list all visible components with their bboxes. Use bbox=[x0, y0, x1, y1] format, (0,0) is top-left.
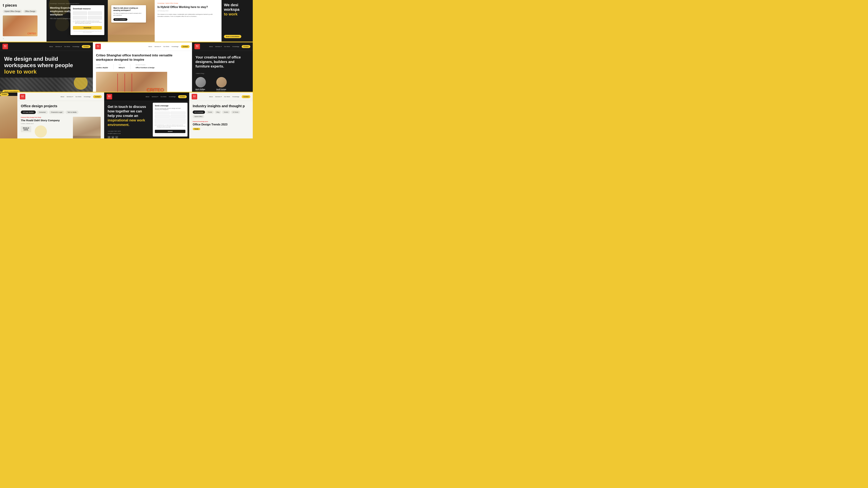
case-nav-knowledge[interactable]: Knowledge bbox=[172, 46, 179, 47]
know-tab-trends[interactable]: Trends bbox=[206, 110, 214, 114]
proj-nav-ourwork[interactable]: Our Work bbox=[75, 96, 82, 97]
k2-logo-case[interactable]: K2 space bbox=[95, 44, 101, 49]
nav-ourwork[interactable]: Our Work bbox=[64, 46, 70, 47]
proj-nav-contact[interactable]: Contact bbox=[93, 95, 102, 98]
location-label: Location bbox=[96, 64, 108, 65]
social-icons-row: 𝑃 in t bbox=[107, 136, 149, 138]
case-meta-size: Size 800sq ft. bbox=[119, 64, 125, 69]
ins-nav-about[interactable]: About bbox=[209, 96, 213, 97]
filter-financial[interactable]: Financial & Legal bbox=[49, 110, 64, 114]
nav-services[interactable]: Services ▾ bbox=[55, 46, 62, 47]
case-study-img-inner: CRITEO bbox=[96, 72, 167, 92]
desk-surface bbox=[108, 35, 155, 42]
k2-logo-k2-case: K2 bbox=[97, 45, 99, 47]
ins-nav-ourwork[interactable]: Our Work bbox=[224, 96, 230, 97]
knowledge-filter-tabs: All Knowledge Trends Blog Guides K2 News… bbox=[193, 110, 249, 118]
filter-tech[interactable]: Tech & Media bbox=[65, 110, 79, 114]
cont-nav-contact[interactable]: Contact bbox=[178, 95, 187, 98]
k2-logo-k2-text: K2 bbox=[4, 45, 6, 47]
modal-checkbox-text: By clicking this, you agree to be contac… bbox=[75, 21, 102, 24]
download-button[interactable]: Download bbox=[73, 26, 102, 30]
modal-email-input[interactable] bbox=[73, 16, 87, 20]
case-nav-about[interactable]: About bbox=[148, 46, 152, 47]
tag-office[interactable]: Office Design bbox=[23, 10, 37, 13]
case-nav-ourwork[interactable]: Our Work bbox=[163, 46, 169, 47]
ins-nav-contact[interactable]: Contact bbox=[242, 95, 250, 98]
k2-logo-hero[interactable]: K2 space bbox=[2, 44, 8, 49]
know-tab-k2news[interactable]: K2 News bbox=[231, 110, 240, 114]
team-nav-about[interactable]: About bbox=[209, 46, 213, 47]
form-tel-input[interactable] bbox=[170, 115, 185, 118]
blog-card-button[interactable]: Book a consultation bbox=[113, 18, 127, 21]
form-message-input[interactable] bbox=[155, 119, 185, 124]
filter-consumer[interactable]: Consumer bbox=[37, 110, 48, 114]
modal-checkbox-row: By clicking this, you agree to be contac… bbox=[73, 21, 102, 24]
cont-nav-knowledge[interactable]: Knowledge bbox=[169, 96, 176, 97]
team-nav-contact[interactable]: Contact bbox=[242, 45, 250, 48]
k2-logo-contact[interactable]: K2 space bbox=[106, 94, 112, 99]
modal-name-input[interactable] bbox=[73, 11, 87, 15]
proj-nav-knowledge[interactable]: Knowledge bbox=[84, 96, 91, 97]
hero-line2: workspaces where people bbox=[4, 62, 89, 68]
k2-logo-projects[interactable]: K2 space bbox=[20, 94, 25, 99]
case-nav-services[interactable]: Services ▾ bbox=[155, 46, 161, 47]
form-consent-checkbox[interactable] bbox=[155, 125, 156, 126]
company-logo-text: ROALDDAHL bbox=[23, 127, 29, 131]
contact-form-card: Send a message We love working with clie… bbox=[153, 103, 187, 136]
tag-row: Hybrid Office Design Office Design bbox=[3, 10, 44, 13]
team-nav-ourwork[interactable]: Our Work bbox=[224, 46, 230, 47]
form-email-input[interactable] bbox=[155, 115, 170, 118]
insight-title: Office Design Trends 2023 bbox=[193, 123, 249, 127]
twitter-icon[interactable]: t bbox=[115, 136, 118, 138]
cont-nav-ourwork[interactable]: Our Work bbox=[161, 96, 166, 97]
cont-nav-services[interactable]: Services ▾ bbox=[152, 96, 158, 97]
modal-email-tel-row bbox=[73, 16, 102, 20]
contact-heading-yellow: inspirational new work environment. bbox=[107, 118, 145, 127]
book-consult-btn[interactable]: Book a consultation bbox=[2, 90, 20, 92]
k2-logo-insights[interactable]: K2 space bbox=[192, 94, 197, 99]
know-tab-guides[interactable]: Guides bbox=[222, 110, 230, 114]
filter-all[interactable]: All Case Studies bbox=[21, 110, 36, 114]
ins-nav-services[interactable]: Services ▾ bbox=[215, 96, 222, 97]
proj-nav-services[interactable]: Services ▾ bbox=[67, 96, 73, 97]
criteo-img-strip: CRITEO bbox=[0, 96, 18, 138]
modal-checkbox[interactable] bbox=[73, 21, 74, 22]
form-name-input[interactable] bbox=[155, 111, 170, 114]
form-email-tel bbox=[155, 115, 185, 118]
nav-about[interactable]: About bbox=[49, 46, 53, 47]
services-label: Services Provided bbox=[135, 64, 155, 65]
modal-company-input[interactable] bbox=[88, 11, 102, 15]
ins-nav-knowledge[interactable]: Knowledge bbox=[232, 96, 239, 97]
k2-logo-team[interactable]: K2 space bbox=[194, 44, 200, 49]
far-left-contact-btn[interactable]: Contact bbox=[0, 93, 9, 96]
cont-nav-about[interactable]: About bbox=[146, 96, 149, 97]
consult-button-dark[interactable]: Book a consultation bbox=[224, 35, 241, 38]
avatar-geoff-circle bbox=[216, 77, 227, 88]
proj-nav-about[interactable]: About bbox=[61, 96, 64, 97]
breadcrumb-link[interactable]: Hybrid Office Design bbox=[165, 2, 178, 4]
linkedin-icon[interactable]: in bbox=[112, 136, 114, 138]
form-company-input[interactable] bbox=[170, 111, 185, 114]
pinterest-icon[interactable]: 𝑃 bbox=[107, 136, 111, 138]
nav-contact-btn-hero[interactable]: Contact bbox=[82, 45, 90, 48]
contact-email: info@k2-space.co.uk bbox=[107, 133, 149, 134]
know-tab-hybrid[interactable]: Hybrid Office bbox=[193, 115, 204, 118]
insight-tag[interactable]: Trends bbox=[193, 128, 200, 130]
nav-knowledge[interactable]: Knowledge bbox=[72, 46, 80, 47]
featured-label: Featured Office Design Case Study bbox=[21, 117, 70, 118]
team-nav-services[interactable]: Services ▾ bbox=[215, 46, 222, 47]
modal-telephone-input[interactable] bbox=[88, 16, 102, 20]
k2-logo-space-projects: space bbox=[21, 97, 24, 98]
article-body: Our mission is to create unique, sustain… bbox=[157, 13, 219, 18]
tag-hybrid[interactable]: Hybrid Office Design bbox=[3, 10, 22, 13]
contact-info: +44 (0)20 7637 1670 info@k2-space.co.uk bbox=[107, 130, 149, 134]
know-tab-all[interactable]: All Knowledge bbox=[193, 110, 205, 114]
team-nav-knowledge[interactable]: Knowledge bbox=[232, 46, 239, 47]
submit-button[interactable]: Submit bbox=[155, 130, 185, 133]
panel-right-team: K2 space About Services ▾ Our Work Knowl… bbox=[192, 42, 253, 92]
form-card-subtitle: We love working with clients to design a… bbox=[155, 108, 185, 110]
case-nav-contact[interactable]: Contact bbox=[181, 45, 190, 48]
know-tab-blog[interactable]: Blog bbox=[215, 110, 221, 114]
avatar-geoff: Geoff Osman Creative Director bbox=[216, 77, 237, 91]
panel-far-right-dark: We desi workspa to work Book a consultat… bbox=[221, 0, 253, 42]
